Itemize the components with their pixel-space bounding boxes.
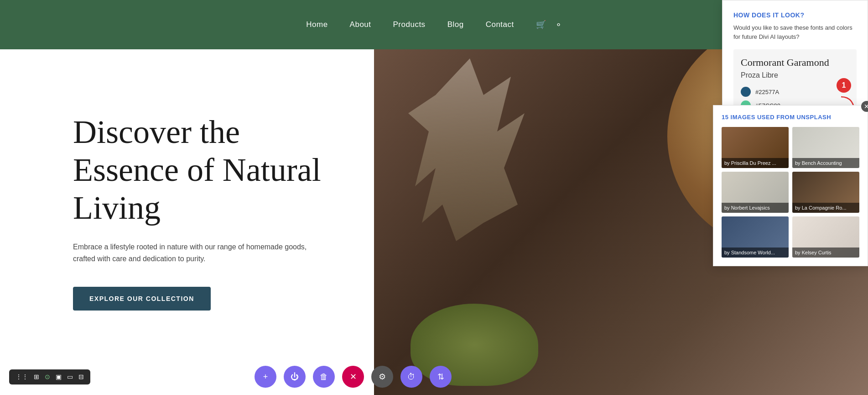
toolbar-grid-icon[interactable]: ⊞ — [34, 373, 39, 381]
unsplash-label-6: by Kelsey Curtis — [792, 248, 859, 258]
hero-subtitle: Embrace a lifestyle rooted in nature wit… — [73, 241, 328, 264]
toolbar-desktop-icon[interactable]: ▣ — [56, 373, 62, 381]
bottom-toolbar: ⋮⋮ ⊞ ⊙ ▣ ▭ ⊟ + ⏻ 🗑 ✕ ⚙ ⏱ ⇅ — [0, 366, 452, 388]
toolbar-left-icons: ⋮⋮ ⊞ ⊙ ▣ ▭ ⊟ — [9, 369, 90, 384]
popup-unsplash: ✕ 15 IMAGES USED FROM UNSPLASH by Prisci… — [713, 105, 868, 266]
color-swatch-1 — [741, 87, 751, 97]
unsplash-label-1: by Priscilla Du Preez ... — [722, 158, 789, 168]
explore-collection-button[interactable]: EXPLORE OUR COLLECTION — [73, 287, 211, 311]
unsplash-thumb-1[interactable]: by Priscilla Du Preez ... — [722, 127, 789, 168]
color-label-1: #22577A — [755, 89, 779, 95]
hero-left-panel: Discover the Essence of Natural Living E… — [0, 49, 374, 395]
nav-products[interactable]: Products — [393, 20, 426, 29]
timer-button[interactable]: ⏱ — [400, 366, 422, 388]
nav-blog[interactable]: Blog — [447, 20, 464, 29]
unsplash-label-2: by Bench Accounting — [792, 158, 859, 168]
popup-howlook-description: Would you like to save these fonts and c… — [733, 23, 857, 41]
popup-unsplash-title: 15 IMAGES USED FROM UNSPLASH — [722, 114, 859, 121]
close-unsplash-button[interactable]: ✕ — [861, 101, 868, 112]
color-row-1: #22577A — [741, 87, 849, 97]
power-button[interactable]: ⏻ — [284, 366, 306, 388]
toolbar-tablet-icon[interactable]: ▭ — [67, 373, 73, 381]
badge-number: 1 — [837, 78, 851, 93]
unsplash-label-5: by Standsome World... — [722, 248, 789, 258]
nav-icons: 🛒 ⚬ — [536, 20, 562, 30]
delete-button[interactable]: 🗑 — [313, 366, 335, 388]
hero-title: Discover the Essence of Natural Living — [73, 113, 338, 226]
unsplash-thumb-2[interactable]: by Bench Accounting — [792, 127, 859, 168]
toolbar-search-icon[interactable]: ⊙ — [45, 373, 50, 381]
cart-icon[interactable]: 🛒 — [536, 20, 546, 30]
nav-about[interactable]: About — [350, 20, 371, 29]
unsplash-label-4: by La Compagnie Ro... — [792, 203, 859, 213]
popup-howlook-title: HOW DOES IT LOOK? — [733, 11, 857, 19]
add-button[interactable]: + — [255, 366, 276, 388]
reorder-button[interactable]: ⇅ — [430, 366, 452, 388]
font-proza: Proza Libre — [741, 71, 849, 79]
font-cormorant: Cormorant Garamond — [741, 57, 849, 68]
toolbar-drag-icon[interactable]: ⋮⋮ — [16, 373, 28, 381]
unsplash-thumb-6[interactable]: by Kelsey Curtis — [792, 216, 859, 258]
unsplash-image-grid: by Priscilla Du Preez ... by Bench Accou… — [722, 127, 859, 258]
toolbar-center-buttons: + ⏻ 🗑 ✕ ⚙ ⏱ ⇅ — [255, 366, 452, 388]
toolbar-mobile-icon[interactable]: ⊟ — [78, 373, 84, 381]
unsplash-thumb-4[interactable]: by La Compagnie Ro... — [792, 172, 859, 213]
unsplash-label-3: by Norbert Levajsics — [722, 203, 789, 213]
search-icon[interactable]: ⚬ — [555, 20, 562, 30]
nav-home[interactable]: Home — [306, 20, 327, 29]
settings-button[interactable]: ⚙ — [371, 366, 393, 388]
unsplash-thumb-3[interactable]: by Norbert Levajsics — [722, 172, 789, 213]
nav-contact[interactable]: Contact — [486, 20, 514, 29]
close-button[interactable]: ✕ — [342, 366, 364, 388]
unsplash-thumb-5[interactable]: by Standsome World... — [722, 216, 789, 258]
